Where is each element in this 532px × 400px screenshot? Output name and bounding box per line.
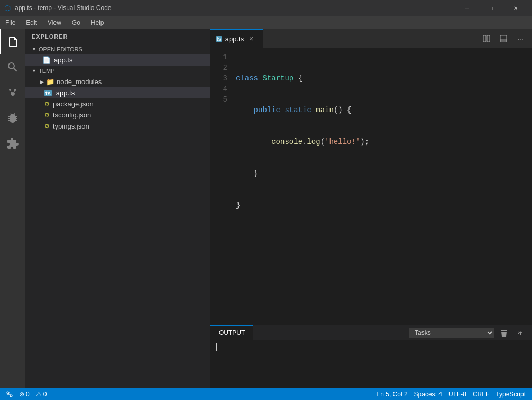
code-line-2: public static main() { <box>236 105 525 115</box>
code-content[interactable]: class Startup { public static main() { c… <box>232 48 525 325</box>
clear-output-button[interactable] <box>496 327 511 339</box>
line-ending-label: CRLF <box>473 390 489 398</box>
warning-count: 0 <box>43 390 47 398</box>
tab-app-ts[interactable]: ts app.ts × <box>210 29 263 48</box>
file-icon: 📄 <box>42 56 51 64</box>
split-editor-button[interactable] <box>479 31 494 46</box>
error-count: 0 <box>26 390 30 398</box>
tab-actions: ··· <box>479 29 532 48</box>
more-actions-button[interactable]: ··· <box>513 31 528 46</box>
node-modules-folder[interactable]: ▶ 📁 node_modules <box>25 76 210 87</box>
indentation[interactable]: Spaces: 4 <box>412 390 444 398</box>
explorer-header: EXPLORER <box>25 29 210 44</box>
code-editor[interactable]: 1 2 3 4 5 class Startup { public static … <box>210 48 532 325</box>
tab-close-button[interactable]: × <box>247 34 255 43</box>
sidebar: EXPLORER ▼ OPEN EDITORS 📄 app.ts ▼ TEMP … <box>25 29 210 388</box>
tsconfig-file-icon: ⚙ <box>44 112 50 119</box>
editor-area: ts app.ts × ··· <box>210 29 532 388</box>
output-panel-actions: Tasks <box>409 327 532 339</box>
warnings-status[interactable]: ⚠ 0 <box>34 390 49 398</box>
output-tab[interactable]: OUTPUT <box>210 325 253 340</box>
language-label: TypeScript <box>496 390 526 398</box>
app-icon: ⬡ <box>4 4 11 12</box>
menu-help[interactable]: Help <box>86 16 109 29</box>
errors-status[interactable]: ⊗ 0 <box>17 390 32 398</box>
activity-bar <box>0 29 25 388</box>
file-typings-json[interactable]: ⚙ typings.json <box>25 121 210 132</box>
file-name-app-ts: app.ts <box>56 89 75 97</box>
extensions-icon[interactable] <box>0 131 25 156</box>
cursor <box>216 343 217 351</box>
open-editor-app-ts[interactable]: 📄 app.ts <box>25 54 210 66</box>
ln-col: Ln 5, Col 2 <box>377 390 408 398</box>
warning-icon: ⚠ <box>36 390 42 398</box>
statusbar: ⊗ 0 ⚠ 0 Ln 5, Col 2 Spaces: 4 UTF-8 CRLF… <box>0 388 532 400</box>
status-right: Ln 5, Col 2 Spaces: 4 UTF-8 CRLF TypeScr… <box>375 390 528 398</box>
debug-icon[interactable] <box>0 105 25 131</box>
file-app-ts[interactable]: ts app.ts <box>25 87 210 98</box>
temp-section[interactable]: ▼ TEMP <box>25 66 210 76</box>
svg-rect-3 <box>500 40 507 42</box>
ts-file-icon: ts <box>44 90 52 96</box>
output-content <box>210 340 532 388</box>
line-ending[interactable]: CRLF <box>471 390 491 398</box>
folder-name: node_modules <box>57 78 102 86</box>
files-icon[interactable] <box>0 29 25 54</box>
open-editors-section[interactable]: ▼ OPEN EDITORS <box>25 44 210 54</box>
file-package-json[interactable]: ⚙ package.json <box>25 98 210 110</box>
open-editors-chevron: ▼ <box>32 47 36 52</box>
file-name-typings: typings.json <box>53 122 89 130</box>
tab-file-icon: ts <box>216 36 222 42</box>
svg-rect-1 <box>487 35 490 42</box>
temp-chevron: ▼ <box>32 68 36 74</box>
folder-chevron: ▶ <box>40 79 44 85</box>
code-line-5: } <box>236 200 525 211</box>
output-panel: OUTPUT Tasks <box>210 325 532 388</box>
window-title: app.ts - temp - Visual Studio Code <box>15 4 451 12</box>
close-button[interactable]: ✕ <box>503 0 528 16</box>
output-tab-label: OUTPUT <box>219 329 245 337</box>
typings-file-icon: ⚙ <box>44 123 50 130</box>
error-icon: ⊗ <box>19 390 24 398</box>
search-icon[interactable] <box>0 54 25 80</box>
tab-label: app.ts <box>225 35 244 43</box>
code-line-3: console.log('hello!'); <box>236 137 525 147</box>
window-controls: ─ □ ✕ <box>455 0 528 16</box>
editor-tabs: ts app.ts × ··· <box>210 29 532 48</box>
tasks-select[interactable]: Tasks <box>409 328 494 338</box>
folder-icon: 📁 <box>46 78 54 86</box>
open-editor-filename: app.ts <box>54 56 72 64</box>
svg-rect-0 <box>483 35 486 42</box>
git-branch-status[interactable] <box>4 391 15 397</box>
svg-point-4 <box>7 392 9 394</box>
line-numbers: 1 2 3 4 5 <box>210 48 232 325</box>
minimize-button[interactable]: ─ <box>455 0 479 16</box>
file-tsconfig-json[interactable]: ⚙ tsconfig.json <box>25 110 210 121</box>
titlebar: ⬡ app.ts - temp - Visual Studio Code ─ □… <box>0 0 532 16</box>
code-line-1: class Startup { <box>236 73 525 84</box>
editor-scrollbar[interactable] <box>525 48 532 325</box>
encoding-label: UTF-8 <box>448 390 466 398</box>
file-name-package: package.json <box>53 100 94 108</box>
file-name-tsconfig: tsconfig.json <box>53 111 91 119</box>
code-line-4: } <box>236 168 525 179</box>
menu-view[interactable]: View <box>42 16 67 29</box>
menu-go[interactable]: Go <box>67 16 86 29</box>
close-panel-button[interactable] <box>513 327 528 339</box>
encoding[interactable]: UTF-8 <box>446 390 469 398</box>
menu-edit[interactable]: Edit <box>21 16 42 29</box>
menubar: File Edit View Go Help <box>0 16 532 29</box>
source-control-icon[interactable] <box>0 80 25 105</box>
svg-rect-2 <box>500 35 507 40</box>
menu-file[interactable]: File <box>0 16 21 29</box>
language-mode[interactable]: TypeScript <box>493 390 528 398</box>
spaces-label: Spaces: 4 <box>414 390 442 398</box>
json-file-icon: ⚙ <box>44 101 50 107</box>
main-layout: EXPLORER ▼ OPEN EDITORS 📄 app.ts ▼ TEMP … <box>0 29 532 388</box>
open-editors-label: OPEN EDITORS <box>39 46 82 52</box>
temp-label: TEMP <box>39 68 55 74</box>
cursor-position[interactable]: Ln 5, Col 2 <box>375 390 410 398</box>
toggle-panel-button[interactable] <box>496 31 511 46</box>
output-tabs: OUTPUT Tasks <box>210 325 532 340</box>
maximize-button[interactable]: □ <box>479 0 503 16</box>
